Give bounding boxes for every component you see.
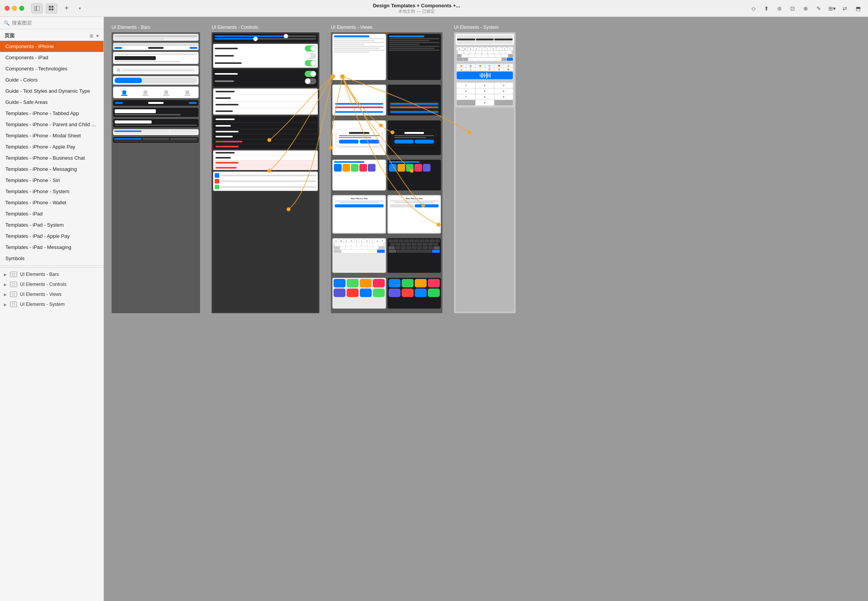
sidebar-item-guide-safe-areas[interactable]: Guide - Safe Areas — [0, 97, 103, 108]
artboard-system-frame[interactable]: Q W E R T Y U I O P — [454, 32, 516, 313]
sidebar-item-guide-colors[interactable]: Guide - Colors — [0, 74, 103, 85]
artboard-item-system[interactable]: ▶ UI Elements - System — [0, 299, 103, 309]
svg-rect-1 — [36, 6, 40, 11]
artboard-item-controls[interactable]: ▶ UI Elements - Controls — [0, 279, 103, 289]
main-area: 🔍 页面 ⊕ ▾ Components - iPhone Components … — [0, 17, 868, 601]
expand-arrow: ▶ — [4, 272, 7, 277]
search-input[interactable] — [12, 20, 100, 26]
close-button[interactable] — [5, 6, 10, 11]
toolbar-right: ◇ ⬆ ⊜ ⊡ ⊗ ✎ ⊞▾ ⇄ ⬒ — [748, 3, 863, 13]
add-actions: + ▾ — [61, 3, 85, 13]
artboard-label-views: UI Elements - Views — [20, 292, 62, 297]
canvas-inner: UI Elements - Bars — [104, 17, 523, 321]
artboards-section: ▶ UI Elements - Bars ▶ UI Elements - Con… — [0, 267, 103, 311]
align-button[interactable]: ⊜ — [774, 3, 785, 13]
sidebar-item-templates-iphone-tabbed[interactable]: Templates - iPhone - Tabbed App — [0, 108, 103, 119]
sidebar-toggle-button[interactable] — [31, 3, 43, 13]
size-button[interactable]: ⊞▾ — [826, 3, 837, 13]
artboard-label-bars: UI Elements - Bars — [20, 272, 59, 277]
artboard-system-col: UI Elements - System — [454, 25, 516, 313]
artboard-bars-col: UI Elements - Bars — [112, 25, 200, 313]
sidebar-item-components-iphone[interactable]: Components - iPhone — [0, 41, 103, 52]
artboard-controls-frame[interactable]: › › › › — [212, 32, 319, 313]
grid-view-button[interactable] — [46, 3, 57, 13]
artboard-controls-col: UI Elements - Controls — [212, 25, 319, 313]
artboard-item-bars[interactable]: ▶ UI Elements - Bars — [0, 269, 103, 279]
artboard-views-frame[interactable]: Alert This is a Test Alert This is a Tes… — [331, 32, 442, 313]
component-button[interactable]: ⊗ — [800, 3, 811, 13]
sidebar-item-templates-iphone-business-chat[interactable]: Templates - iPhone - Business Chat — [0, 152, 103, 164]
canvas[interactable]: UI Elements - Bars — [104, 17, 868, 601]
pages-actions: ⊕ ▾ — [89, 33, 99, 39]
expand-arrow-4: ▶ — [4, 302, 7, 307]
search-area: 🔍 — [0, 17, 103, 29]
sidebar-item-templates-ipad-applepay[interactable]: Templates - iPad - Apple Pay — [0, 230, 103, 242]
sidebar-item-templates-iphone-applepay[interactable]: Templates - iPhone - Apple Pay — [0, 141, 103, 152]
search-icon: 🔍 — [4, 20, 10, 26]
document-title: Design Templates + Components +... — [89, 3, 744, 8]
artboard-item-views[interactable]: ▶ UI Elements - Views — [0, 289, 103, 299]
sidebar: 🔍 页面 ⊕ ▾ Components - iPhone Components … — [0, 17, 104, 601]
style-button[interactable]: ◇ — [748, 3, 759, 13]
sidebar-item-templates-iphone-wallet[interactable]: Templates - iPhone - Wallet — [0, 197, 103, 208]
sidebar-item-templates-ipad-messaging[interactable]: Templates - iPad - Messaging — [0, 242, 103, 253]
expand-arrow-3: ▶ — [4, 292, 7, 297]
expand-arrow-2: ▶ — [4, 282, 7, 287]
fullscreen-button[interactable] — [19, 6, 24, 11]
sidebar-item-components-technologies[interactable]: Components - Technologies — [0, 63, 103, 74]
svg-rect-4 — [49, 8, 51, 10]
svg-rect-3 — [52, 6, 53, 8]
add-page-icon[interactable]: ⊕ — [89, 33, 94, 39]
traffic-lights — [5, 6, 24, 11]
artboard-bars-label: UI Elements - Bars — [112, 25, 200, 30]
artboard-icon — [10, 272, 17, 277]
artboard-label-controls: UI Elements - Controls — [20, 282, 67, 287]
sidebar-item-templates-ipad[interactable]: Templates - iPad — [0, 208, 103, 219]
svg-rect-0 — [34, 6, 36, 11]
sidebar-item-templates-iphone-siri[interactable]: Templates - iPhone - Siri — [0, 175, 103, 186]
artboard-icon-3 — [10, 292, 17, 297]
artboard-bars-frame[interactable] — [112, 32, 200, 313]
titlebar: + ▾ Design Templates + Components +... 本… — [0, 0, 868, 17]
artboard-views-label: UI Elements - Views — [331, 25, 442, 30]
add-button[interactable]: + — [61, 3, 72, 13]
pages-label: 页面 — [5, 32, 15, 39]
sidebar-item-templates-ipad-system[interactable]: Templates - iPad - System — [0, 219, 103, 230]
edit-button[interactable]: ✎ — [813, 3, 824, 13]
export-button[interactable]: ⬒ — [853, 3, 863, 13]
sidebar-item-guide-text-styles[interactable]: Guide - Text Styles and Dynamic Type — [0, 85, 103, 97]
view-toggle-buttons — [31, 3, 57, 13]
artboard-system-label: UI Elements - System — [454, 25, 516, 30]
document-status: 本地文档 — 已锁定 — [89, 8, 744, 14]
expand-icon[interactable]: ▾ — [96, 33, 99, 39]
sidebar-item-templates-iphone-system[interactable]: Templates - iPhone - System — [0, 186, 103, 197]
svg-rect-2 — [49, 6, 51, 8]
sidebar-item-components-ipad[interactable]: Components - iPad — [0, 52, 103, 63]
svg-rect-5 — [52, 8, 53, 10]
sidebar-item-symbols[interactable]: Symbols — [0, 253, 103, 264]
artboard-views-col: UI Elements - Views — [331, 25, 442, 313]
artboard-icon-4 — [10, 302, 17, 307]
mask-button[interactable]: ⊡ — [787, 3, 798, 13]
upload-button[interactable]: ⬆ — [761, 3, 772, 13]
sidebar-item-templates-iphone-parent[interactable]: Templates - iPhone - Parent and Child wi… — [0, 119, 103, 130]
artboard-label-system: UI Elements - System — [20, 302, 65, 307]
title-area: Design Templates + Components +... 本地文档 … — [89, 3, 744, 14]
pages-list: Components - iPhone Components - iPad Co… — [0, 41, 103, 601]
pages-section-header: 页面 ⊕ ▾ — [0, 29, 103, 41]
sidebar-item-templates-iphone-modal[interactable]: Templates - iPhone - Modal Sheet — [0, 130, 103, 141]
forward-back-button[interactable]: ⇄ — [840, 3, 850, 13]
artboard-icon-2 — [10, 282, 17, 287]
sidebar-divider — [0, 265, 103, 266]
add-dropdown-button[interactable]: ▾ — [74, 3, 85, 13]
artboard-controls-label: UI Elements - Controls — [212, 25, 319, 30]
minimize-button[interactable] — [12, 6, 17, 11]
sidebar-item-templates-iphone-messaging[interactable]: Templates - iPhone - Messaging — [0, 164, 103, 175]
